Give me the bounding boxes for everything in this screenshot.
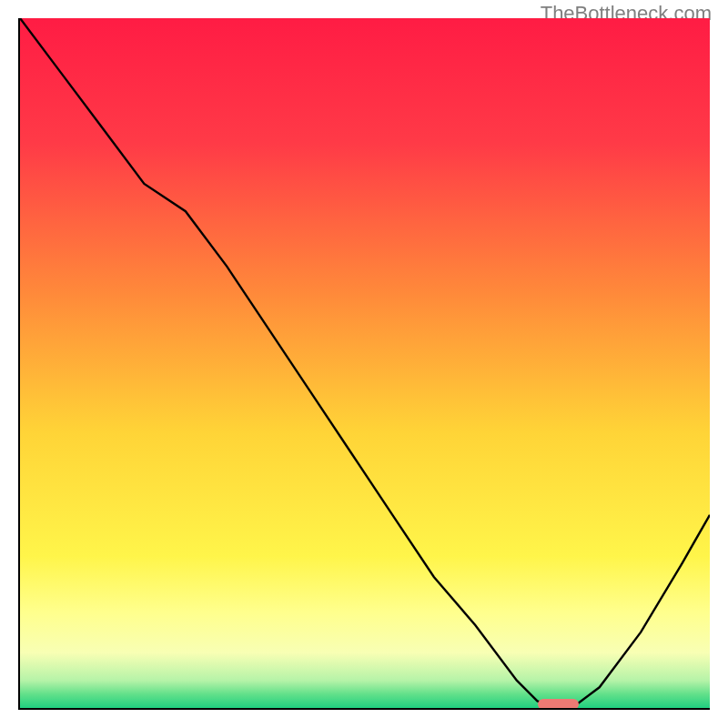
curve-layer: [20, 18, 710, 708]
y-axis: [18, 18, 20, 710]
chart-container: TheBottleneck.com: [0, 0, 728, 728]
bottleneck-curve: [20, 18, 710, 708]
plot-area: [20, 18, 710, 708]
x-axis: [18, 708, 710, 710]
